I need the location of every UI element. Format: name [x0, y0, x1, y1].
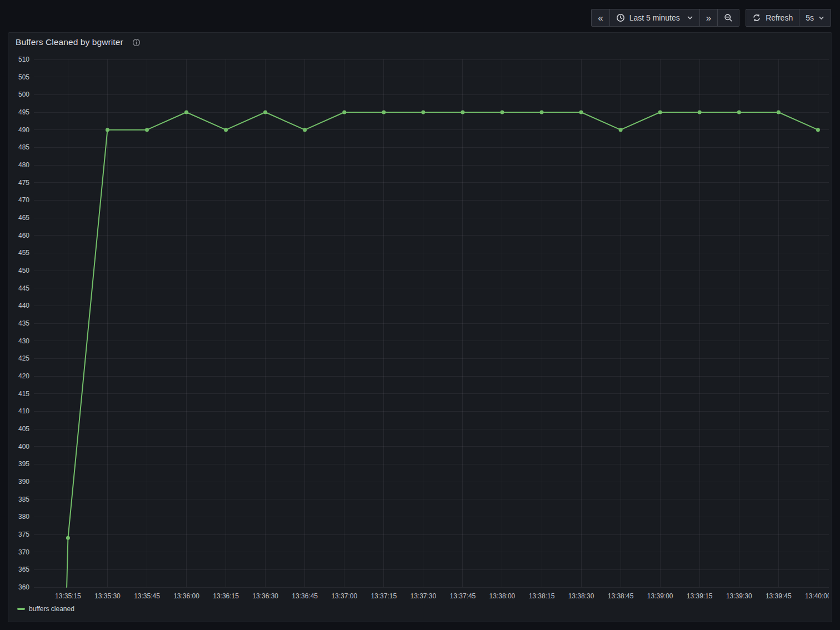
time-range-picker[interactable]: Last 5 minutes [609, 9, 699, 26]
clock-icon [616, 13, 625, 22]
svg-text:13:35:45: 13:35:45 [134, 592, 160, 600]
svg-text:440: 440 [18, 302, 29, 309]
svg-text:465: 465 [18, 214, 29, 222]
x-axis-labels: 13:35:1513:35:3013:35:4513:36:0013:36:15… [55, 592, 829, 600]
refresh-icon [752, 13, 761, 22]
chevron-down-icon [818, 15, 824, 21]
double-chevron-right-icon: » [706, 13, 711, 23]
refresh-label: Refresh [766, 13, 793, 22]
svg-text:400: 400 [18, 443, 29, 451]
svg-text:360: 360 [18, 583, 29, 591]
svg-text:435: 435 [18, 319, 29, 327]
svg-text:13:36:45: 13:36:45 [292, 592, 318, 600]
svg-text:380: 380 [18, 513, 29, 521]
svg-text:13:39:15: 13:39:15 [687, 592, 713, 600]
svg-text:13:38:15: 13:38:15 [529, 592, 555, 600]
svg-text:365: 365 [18, 566, 29, 573]
svg-text:490: 490 [18, 126, 29, 134]
svg-text:475: 475 [18, 179, 29, 187]
svg-text:510: 510 [18, 56, 29, 63]
svg-text:415: 415 [18, 390, 29, 398]
svg-text:13:36:15: 13:36:15 [213, 592, 239, 600]
time-series-chart[interactable]: 3603653703753803853903954004054104154204… [8, 33, 829, 622]
svg-text:13:36:00: 13:36:00 [173, 592, 199, 600]
svg-text:13:37:30: 13:37:30 [410, 592, 436, 600]
svg-text:395: 395 [18, 460, 29, 468]
svg-text:460: 460 [18, 232, 29, 239]
chevron-down-icon [687, 14, 693, 21]
svg-text:390: 390 [18, 478, 29, 486]
svg-text:500: 500 [18, 91, 29, 98]
zoom-out-button[interactable] [717, 9, 739, 26]
svg-text:13:40:00: 13:40:00 [805, 592, 829, 600]
panel-header[interactable]: Buffers Cleaned by bgwriter [16, 36, 141, 49]
svg-text:480: 480 [18, 161, 29, 169]
time-shift-back-button[interactable]: « [592, 9, 609, 26]
svg-text:445: 445 [18, 284, 29, 292]
svg-text:455: 455 [18, 249, 29, 257]
svg-text:495: 495 [18, 108, 29, 116]
chart-gridlines [34, 59, 829, 587]
svg-text:370: 370 [18, 548, 29, 556]
series-line-buffers-cleaned [67, 112, 818, 587]
svg-text:425: 425 [18, 354, 29, 362]
refresh-interval-picker[interactable]: 5s [799, 9, 831, 26]
svg-text:505: 505 [18, 73, 29, 81]
svg-text:430: 430 [18, 337, 29, 345]
time-controls-toolbar: « Last 5 minutes » [591, 9, 831, 27]
svg-text:470: 470 [18, 196, 29, 204]
svg-text:375: 375 [18, 531, 29, 538]
svg-text:13:39:30: 13:39:30 [726, 592, 752, 600]
legend: buffers cleaned [17, 605, 74, 613]
svg-text:13:37:15: 13:37:15 [371, 592, 397, 600]
svg-text:405: 405 [18, 425, 29, 433]
svg-text:13:35:30: 13:35:30 [94, 592, 121, 600]
svg-text:13:37:00: 13:37:00 [331, 592, 357, 600]
panel-title[interactable]: Buffers Cleaned by bgwriter [16, 37, 123, 47]
refresh-interval-value: 5s [806, 13, 814, 22]
legend-series-color-dash [17, 608, 25, 610]
svg-text:485: 485 [18, 143, 29, 151]
time-range-label: Last 5 minutes [629, 13, 680, 22]
time-shift-forward-button[interactable]: » [699, 9, 717, 26]
refresh-button[interactable]: Refresh [746, 9, 799, 26]
refresh-group: Refresh 5s [746, 9, 831, 27]
svg-text:13:36:30: 13:36:30 [252, 592, 278, 600]
svg-text:13:38:00: 13:38:00 [489, 592, 516, 600]
svg-text:13:39:45: 13:39:45 [766, 592, 792, 600]
svg-text:13:35:15: 13:35:15 [55, 592, 81, 600]
zoom-out-icon [724, 13, 733, 22]
legend-series-label[interactable]: buffers cleaned [29, 605, 74, 613]
y-axis-labels: 3603653703753803853903954004054104154204… [18, 56, 29, 591]
svg-text:13:38:45: 13:38:45 [608, 592, 634, 600]
svg-text:450: 450 [18, 267, 29, 274]
info-icon[interactable] [132, 38, 141, 47]
series-points-buffers-cleaned [66, 111, 820, 540]
svg-text:385: 385 [18, 496, 29, 503]
svg-text:410: 410 [18, 407, 29, 415]
svg-text:13:37:45: 13:37:45 [450, 592, 476, 600]
double-chevron-left-icon: « [598, 13, 603, 23]
svg-text:13:38:30: 13:38:30 [568, 592, 594, 600]
svg-text:13:39:00: 13:39:00 [647, 592, 673, 600]
time-range-group: « Last 5 minutes » [591, 9, 739, 27]
svg-text:420: 420 [18, 372, 29, 380]
panel-buffers-cleaned: Buffers Cleaned by bgwriter 360365370375… [8, 32, 832, 622]
